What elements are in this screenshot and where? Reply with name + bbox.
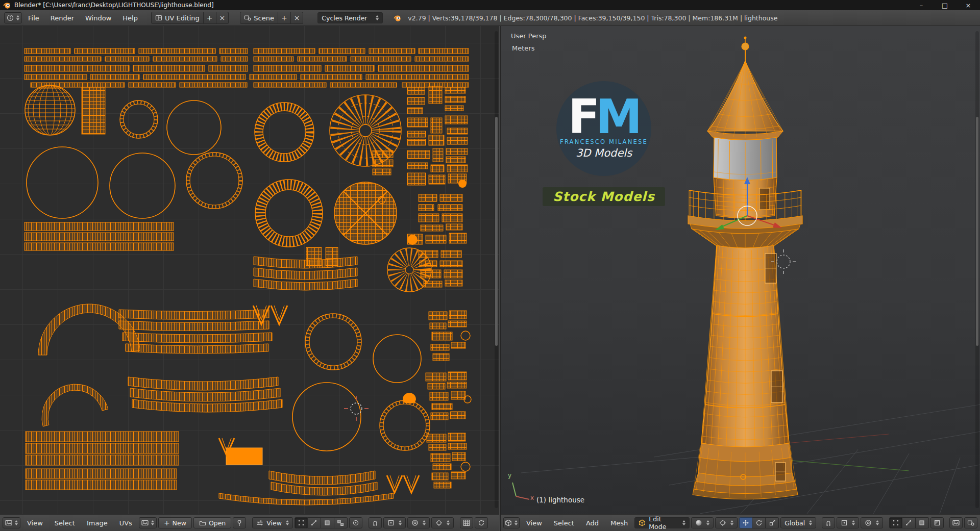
uv-menu-select[interactable]: Select bbox=[50, 519, 80, 527]
open-image-label: Open bbox=[209, 519, 226, 527]
watermark-letter-f: F bbox=[568, 98, 598, 136]
pin-icon bbox=[236, 519, 243, 526]
viewport-scrollbar[interactable] bbox=[975, 31, 979, 508]
v3d-menu-mesh[interactable]: Mesh bbox=[605, 519, 633, 527]
menu-window[interactable]: Window bbox=[80, 14, 116, 22]
pivot-dropdown[interactable] bbox=[431, 517, 454, 528]
viewport-shading-dropdown[interactable] bbox=[691, 517, 714, 528]
mesh-vertex-select-button[interactable] bbox=[889, 517, 902, 528]
dropdown-arrows-icon bbox=[15, 520, 18, 525]
dropdown-arrows-icon bbox=[151, 520, 154, 525]
scene-add-button[interactable]: + bbox=[278, 12, 291, 24]
mesh-edge-select-button[interactable] bbox=[902, 517, 916, 528]
refresh-view-icon bbox=[478, 519, 485, 526]
uv-menu-image[interactable]: Image bbox=[82, 519, 113, 527]
image-icon bbox=[141, 519, 149, 526]
snap-element-dropdown[interactable] bbox=[383, 517, 406, 528]
uv-menu-uvs[interactable]: UVs bbox=[114, 519, 137, 527]
face-select-icon bbox=[324, 519, 331, 526]
snap-element-icon bbox=[387, 519, 395, 526]
scene-icon bbox=[244, 14, 251, 21]
maximize-button[interactable]: □ bbox=[933, 0, 957, 10]
view-dropdown-label: View bbox=[266, 519, 282, 527]
proportional-edit-dropdown-3d[interactable] bbox=[861, 517, 883, 528]
render-opengl-anim-button[interactable] bbox=[964, 517, 977, 528]
v3d-menu-add[interactable]: Add bbox=[581, 519, 604, 527]
editor-type-selector-3d[interactable] bbox=[503, 517, 520, 528]
render-engine-value: Cycles Render bbox=[322, 14, 367, 22]
blender-logo-icon bbox=[3, 1, 11, 10]
translate-manipulator-button[interactable] bbox=[739, 517, 752, 528]
limit-selection-visible-button[interactable] bbox=[930, 517, 944, 528]
uv-scrollbar[interactable] bbox=[495, 31, 498, 508]
uv-canvas[interactable] bbox=[0, 26, 499, 514]
close-button[interactable]: × bbox=[957, 0, 980, 10]
render-anim-icon bbox=[967, 519, 974, 526]
menu-file[interactable]: File bbox=[23, 14, 44, 22]
scale-manipulator-button[interactable] bbox=[766, 517, 779, 528]
render-opengl-button[interactable] bbox=[949, 517, 963, 528]
uv-editor-header: View Select Image UVs + New Open bbox=[0, 514, 499, 531]
island-select-icon bbox=[337, 519, 344, 526]
sticky-select-button[interactable] bbox=[349, 517, 362, 528]
snap-element-dropdown-3d[interactable] bbox=[837, 517, 859, 528]
menu-help[interactable]: Help bbox=[117, 14, 143, 22]
shading-sphere-icon bbox=[695, 519, 702, 526]
dropdown-arrows-icon bbox=[399, 520, 402, 525]
editor-type-selector-uv[interactable] bbox=[3, 517, 20, 528]
scene-browse[interactable]: Scene bbox=[240, 12, 278, 24]
mode-value: Edit Mode bbox=[649, 515, 679, 530]
screen-layout-add-button[interactable]: + bbox=[204, 12, 216, 24]
proportional-edit-icon bbox=[865, 519, 872, 526]
screen-layout-browse[interactable]: UV Editing bbox=[151, 12, 204, 24]
update-other-views-button[interactable] bbox=[475, 517, 488, 528]
active-object-overlay: (1) lighthouse bbox=[536, 496, 584, 504]
mode-dropdown[interactable]: Edit Mode bbox=[634, 517, 690, 528]
editor-type-selector-info[interactable] bbox=[4, 12, 22, 23]
view-name-overlay: User Persp bbox=[511, 32, 547, 40]
watermark-circle: F M FRANCESCO MILANESE 3D Models bbox=[556, 81, 651, 176]
watermark-stock-models: Stock Models bbox=[543, 187, 665, 206]
scene-delete-button[interactable]: × bbox=[291, 12, 304, 24]
rotate-manipulator-button[interactable] bbox=[752, 517, 766, 528]
magnet-icon bbox=[372, 519, 379, 526]
menu-render[interactable]: Render bbox=[45, 14, 79, 22]
translate-icon bbox=[742, 519, 749, 526]
image-datablock-browse[interactable] bbox=[139, 517, 157, 528]
new-image-button[interactable]: + New bbox=[158, 517, 192, 528]
uv-vertex-select-button[interactable] bbox=[295, 517, 308, 528]
orientation-dropdown[interactable]: Global bbox=[780, 517, 816, 528]
pivot-point-dropdown[interactable] bbox=[715, 517, 738, 528]
screen-layout-delete-button[interactable]: × bbox=[216, 12, 229, 24]
viewport-3d-canvas[interactable]: User Persp Meters (1) lighthouse y x F M… bbox=[501, 26, 980, 514]
minimize-button[interactable]: – bbox=[910, 0, 933, 10]
snap-magnet-button-3d[interactable] bbox=[822, 517, 835, 528]
dropdown-arrows-icon bbox=[423, 520, 426, 525]
render-engine-dropdown[interactable]: Cycles Render bbox=[317, 12, 383, 23]
open-image-button[interactable]: Open bbox=[193, 517, 231, 528]
pivot-icon bbox=[719, 519, 726, 526]
pin-button[interactable] bbox=[233, 517, 246, 528]
plus-icon: + bbox=[164, 519, 170, 527]
v3d-menu-view[interactable]: View bbox=[521, 519, 547, 527]
mesh-face-select-button[interactable] bbox=[916, 517, 929, 528]
dropdown-arrows-icon bbox=[514, 520, 518, 525]
dropdown-arrows-icon bbox=[447, 520, 450, 525]
dropdown-arrows-icon bbox=[706, 520, 709, 525]
uv-island-select-button[interactable] bbox=[334, 517, 348, 528]
unit-overlay: Meters bbox=[512, 44, 534, 52]
grid-display-button[interactable] bbox=[460, 517, 473, 528]
vertex-select-icon bbox=[892, 519, 899, 526]
v3d-menu-select[interactable]: Select bbox=[549, 519, 579, 527]
uv-edge-select-button[interactable] bbox=[308, 517, 321, 528]
proportional-edit-icon bbox=[411, 519, 419, 526]
proportional-edit-dropdown[interactable] bbox=[407, 517, 430, 528]
snap-magnet-button[interactable] bbox=[369, 517, 382, 528]
uv-face-select-button[interactable] bbox=[321, 517, 334, 528]
manipulator-group bbox=[739, 517, 779, 528]
view-properties-dropdown[interactable]: View bbox=[252, 517, 293, 528]
screen-layout-icon bbox=[155, 14, 162, 21]
uv-menu-view[interactable]: View bbox=[22, 519, 48, 527]
render-image-icon bbox=[952, 519, 960, 526]
watermark-letter-m: M bbox=[596, 98, 640, 136]
